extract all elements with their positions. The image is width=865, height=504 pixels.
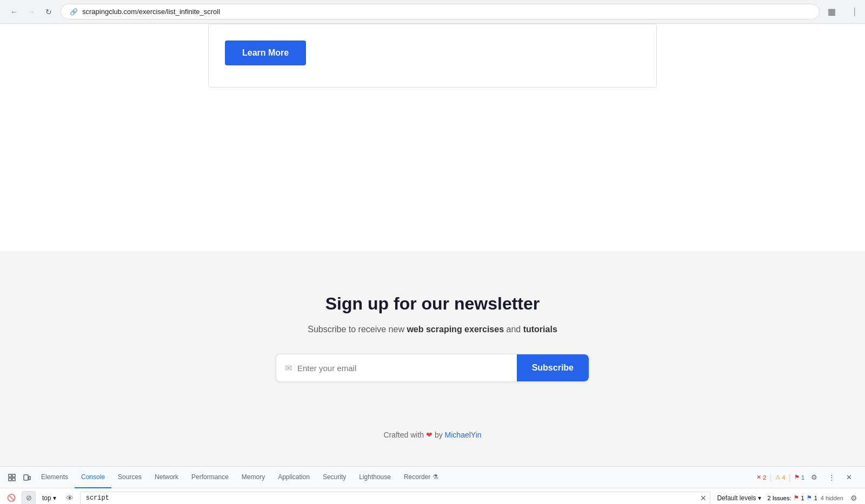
tab-performance[interactable]: Performance xyxy=(185,467,235,488)
tab-console[interactable]: Console xyxy=(75,467,111,488)
context-label: top xyxy=(42,494,51,502)
svg-rect-3 xyxy=(12,478,15,481)
warn-badge: ⚠ 4 xyxy=(775,474,786,481)
console-toolbar: 🚫 ⊘ top ▾ 👁 ✕ Default levels ▾ 2 Issues:… xyxy=(0,488,865,504)
hidden-count: 4 hidden xyxy=(821,495,843,501)
page-footer: Crafted with ❤ by MichaelYin xyxy=(0,414,865,466)
warn-count: 4 xyxy=(782,474,786,481)
sidebar-button[interactable]: ⎹ xyxy=(843,4,859,19)
console-clear-log-button[interactable]: 🚫 xyxy=(4,491,18,505)
browser-actions: ▦ ⎹ xyxy=(824,4,859,19)
devtools-tab-actions: ✕ 2 | ⚠ 4 | ⚑ 1 ⚙ ⋮ ✕ xyxy=(756,470,861,485)
console-filter-button[interactable]: ⊘ xyxy=(22,491,36,505)
tab-elements[interactable]: Elements xyxy=(35,467,75,488)
error-count: 2 xyxy=(763,474,766,481)
subtitle-bold1: web scraping exercises xyxy=(407,325,504,334)
devtools-header: Elements Console Sources Network Perform… xyxy=(0,467,865,488)
reload-button[interactable]: ↻ xyxy=(41,4,56,19)
svg-rect-1 xyxy=(12,474,15,477)
console-input-row: ✕ xyxy=(80,492,711,505)
heart-icon: ❤ xyxy=(426,431,432,439)
console-input-clear-button[interactable]: ✕ xyxy=(700,494,707,502)
tab-security[interactable]: Security xyxy=(316,467,352,488)
back-button[interactable]: ← xyxy=(6,4,22,19)
newsletter-subtitle: Subscribe to receive new web scraping ex… xyxy=(11,325,854,334)
tab-application[interactable]: Application xyxy=(271,467,316,488)
footer-prefix: Crafted with xyxy=(383,431,426,439)
lock-icon: 🔗 xyxy=(70,8,78,16)
devtools-panel: Elements Console Sources Network Perform… xyxy=(0,466,865,504)
devtools-more-button[interactable]: ⋮ xyxy=(824,470,839,485)
devtools-tabs: Elements Console Sources Network Perform… xyxy=(35,467,756,488)
eye-button[interactable]: 👁 xyxy=(63,491,77,505)
tab-sources[interactable]: Sources xyxy=(111,467,148,488)
issues-count: 2 Issues: ⚑1 ⚑1 xyxy=(768,494,817,501)
url-text: scrapingclub.com/exercise/list_infinite_… xyxy=(82,8,220,16)
subtitle-prefix: Subscribe to receive new xyxy=(308,325,407,334)
forward-button[interactable]: → xyxy=(24,4,39,19)
subtitle-bold2: tutorials xyxy=(523,325,557,334)
devtools-settings-button[interactable]: ⚙ xyxy=(807,470,822,485)
envelope-icon: ✉ xyxy=(285,363,292,373)
email-input[interactable] xyxy=(297,355,508,381)
extensions-button[interactable]: ▦ xyxy=(824,4,839,19)
console-input[interactable] xyxy=(84,492,701,504)
address-bar[interactable]: 🔗 scrapingclub.com/exercise/list_infinit… xyxy=(61,4,820,19)
svg-rect-5 xyxy=(29,476,30,480)
newsletter-section: Sign up for our newsletter Subscribe to … xyxy=(0,251,865,414)
card-section: Learn More xyxy=(0,24,865,104)
devtools-close-button[interactable]: ✕ xyxy=(841,470,856,485)
devtools-device-button[interactable] xyxy=(19,470,35,485)
browser-chrome: ← → ↻ 🔗 scrapingclub.com/exercise/list_i… xyxy=(0,0,865,24)
nav-buttons: ← → ↻ xyxy=(6,4,56,19)
tab-recorder[interactable]: Recorder ⚗ xyxy=(397,467,445,488)
subscribe-button[interactable]: Subscribe xyxy=(517,354,589,381)
tab-network[interactable]: Network xyxy=(148,467,185,488)
email-input-wrapper: ✉ xyxy=(276,354,517,381)
levels-label: Default levels xyxy=(717,494,756,502)
devtools-inspect-button[interactable] xyxy=(4,470,19,485)
levels-selector[interactable]: Default levels ▾ xyxy=(714,493,764,503)
info-count: 1 xyxy=(801,474,804,481)
author-link[interactable]: MichaelYin xyxy=(445,431,482,439)
svg-rect-4 xyxy=(24,475,28,480)
console-gear-button[interactable]: ⚙ xyxy=(847,491,861,505)
product-card: Learn More xyxy=(208,24,657,88)
error-badge: ✕ 2 xyxy=(756,474,766,481)
tab-memory[interactable]: Memory xyxy=(235,467,271,488)
context-arrow: ▾ xyxy=(53,494,56,502)
learn-more-button[interactable]: Learn More xyxy=(225,41,306,65)
svg-rect-2 xyxy=(9,478,11,481)
svg-rect-0 xyxy=(9,474,11,477)
footer-suffix: by xyxy=(432,431,445,439)
email-form: ✉ Subscribe xyxy=(276,354,589,382)
page-content: Learn More xyxy=(0,24,865,251)
tab-lighthouse[interactable]: Lighthouse xyxy=(352,467,397,488)
context-selector[interactable]: top ▾ xyxy=(39,493,59,503)
info-badge: ⚑ 1 xyxy=(794,474,804,481)
newsletter-title: Sign up for our newsletter xyxy=(11,294,854,314)
subtitle-mid: and xyxy=(504,325,523,334)
